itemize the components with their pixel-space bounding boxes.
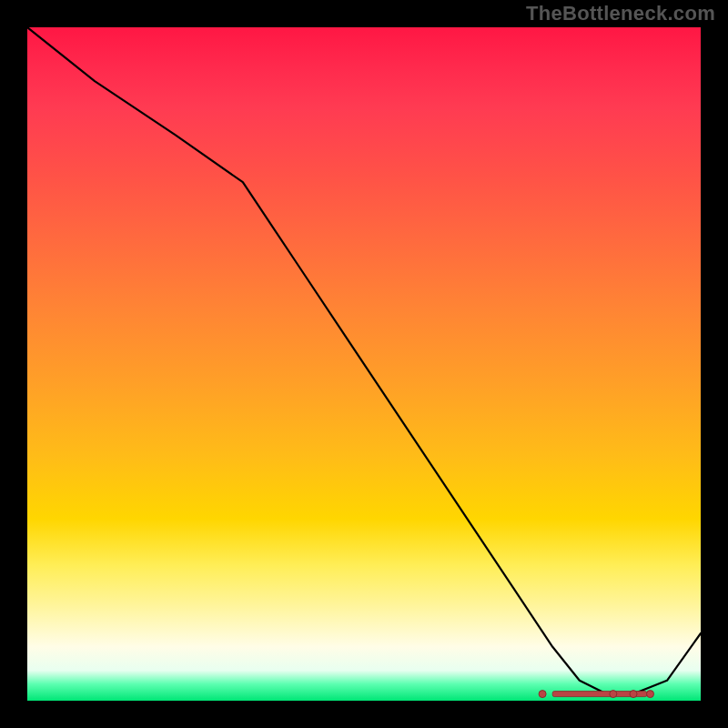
svg-point-2 — [610, 691, 617, 698]
chart-frame: TheBottleneck.com — [0, 0, 728, 728]
plot-area — [27, 27, 701, 701]
bottleneck-curve — [27, 27, 701, 694]
optimal-region-markers — [539, 691, 653, 698]
chart-overlay — [27, 27, 701, 701]
svg-point-4 — [647, 691, 654, 698]
watermark-text: TheBottleneck.com — [526, 2, 715, 25]
svg-point-1 — [539, 691, 546, 698]
svg-point-3 — [630, 691, 637, 698]
